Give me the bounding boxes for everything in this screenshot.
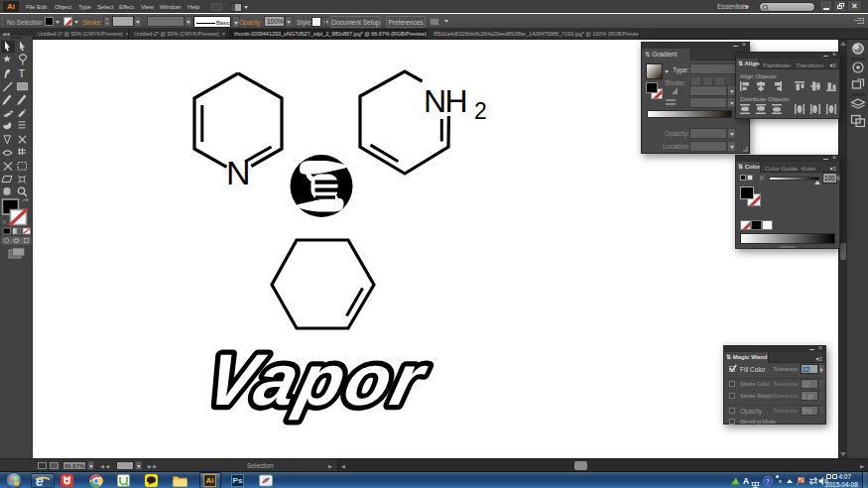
svg-text:e: e	[36, 473, 44, 488]
svg-text:2: 2	[474, 98, 487, 124]
svg-text:N: N	[226, 154, 251, 191]
svg-text:T: T	[19, 67, 26, 79]
svg-text:?: ?	[766, 478, 770, 485]
svg-text:NH: NH	[424, 83, 466, 119]
svg-text:Vapor: Vapor	[198, 339, 435, 421]
